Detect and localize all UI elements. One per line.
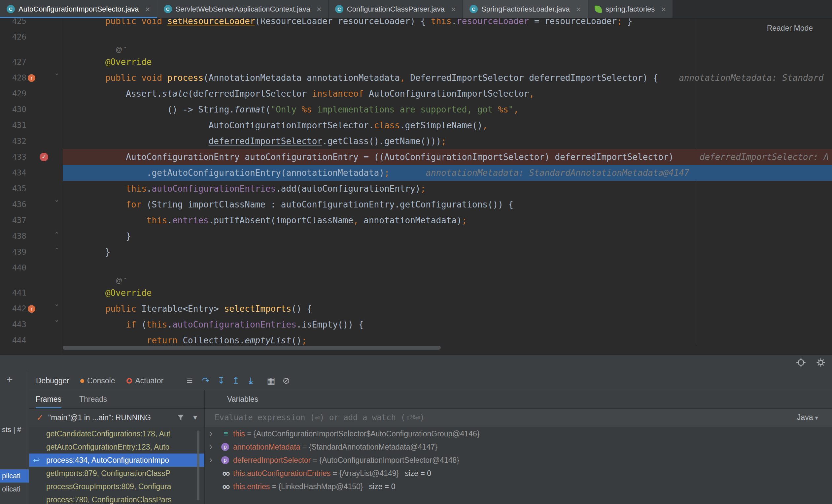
fold-icon[interactable]: ˇ xyxy=(54,197,59,213)
fold-icon[interactable]: ˇ xyxy=(54,301,59,317)
close-icon[interactable]: × xyxy=(145,5,150,13)
stripe-fragment-selected[interactable]: plicati xyxy=(0,469,29,482)
code-token: = resourceLoader xyxy=(529,19,617,26)
code-token: } xyxy=(84,231,131,241)
code-token: AutoConfigurationImportSelector xyxy=(364,89,529,99)
code-text: @Override xyxy=(84,54,152,70)
code-text: deferredImportSelector.getClass().getNam… xyxy=(84,133,446,149)
step-out-button[interactable]: ↥ xyxy=(232,376,240,385)
close-icon[interactable]: × xyxy=(661,5,666,13)
line-number: 439 xyxy=(0,244,26,260)
fold-icon[interactable]: ˆ xyxy=(54,228,59,244)
overrides-method-icon[interactable]: ↑ xyxy=(28,305,35,313)
tab-label: SpringFactoriesLoader.java xyxy=(482,5,570,13)
code-token: , xyxy=(400,73,405,83)
annotation-inlay-icon[interactable]: @ ˇ xyxy=(115,45,126,54)
code-token: annotationMetadata) xyxy=(359,215,462,225)
variable-value: {StandardAnnotationMetadata@4147} xyxy=(309,443,438,451)
annotation-inlay-icon[interactable]: @ ˇ xyxy=(115,276,126,285)
evaluate-expression-input[interactable]: Evaluate expression (⏎) or add a watch (… xyxy=(205,409,832,427)
editor-tab[interactable]: CAutoConfigurationImportSelector.java× xyxy=(0,0,157,18)
mute-breakpoints-icon[interactable]: ⊘ xyxy=(283,376,290,385)
close-icon[interactable]: × xyxy=(317,5,321,13)
variable-size: size = 0 xyxy=(405,469,431,478)
code-token: ; xyxy=(462,215,467,225)
view-breakpoints-icon[interactable]: ▦ xyxy=(267,376,275,385)
run-to-cursor-button[interactable]: ⇥ xyxy=(246,377,255,385)
frame-row[interactable]: getCandidateConfigurations:178, Aut xyxy=(29,427,204,440)
line-number: 442 xyxy=(0,301,26,317)
breakpoint-icon[interactable]: ✓ xyxy=(40,153,48,161)
add-icon[interactable]: + xyxy=(7,374,13,386)
fold-icon[interactable]: ˇ xyxy=(54,70,59,86)
code-token: () { xyxy=(291,304,312,314)
code-token: for xyxy=(126,200,141,209)
code-line: 426 xyxy=(0,29,832,45)
expand-chevron-icon[interactable]: › xyxy=(209,427,212,440)
variable-row[interactable]: oothis.entries = {LinkedHashMap@4150}siz… xyxy=(205,480,832,493)
code-token: emptyList xyxy=(245,335,291,345)
frame-row[interactable]: process:780, ConfigurationClassPars xyxy=(29,493,204,504)
variable-name: this.autoConfigurationEntries xyxy=(233,469,331,478)
variables-list: ›≡this = {AutoConfigurationImportSelecto… xyxy=(205,427,832,504)
code-token: ; xyxy=(617,19,627,26)
language-selector[interactable]: Java▾ xyxy=(797,413,818,422)
editor-tab[interactable]: CConfigurationClassParser.java× xyxy=(329,0,463,18)
expand-chevron-icon[interactable]: › xyxy=(209,453,212,467)
editor-horizontal-scrollbar[interactable] xyxy=(63,346,441,349)
code-line: 440 xyxy=(0,260,832,276)
code-token: AutoConfigurationImportSelector. xyxy=(84,120,374,130)
frame-row[interactable]: ↩process:434, AutoConfigurationImpo xyxy=(29,453,204,467)
code-token: ( xyxy=(265,105,271,114)
code-token xyxy=(84,19,105,26)
frame-row[interactable]: getImports:879, ConfigurationClassP xyxy=(29,467,204,480)
overrides-method-icon[interactable]: ↑ xyxy=(28,74,35,82)
thread-selector[interactable]: ✓ "main"@1 in ...ain": RUNNING ▾ xyxy=(29,409,204,427)
tab-actuator[interactable]: Actuator xyxy=(126,376,163,385)
line-number: 427 xyxy=(0,54,26,70)
code-line: 429 Assert.state(deferredImportSelector … xyxy=(0,86,832,102)
frame-row[interactable]: getAutoConfigurationEntry:123, Auto xyxy=(29,440,204,453)
tab-threads[interactable]: Threads xyxy=(79,390,107,408)
fold-icon[interactable]: ˆ xyxy=(54,244,59,260)
editor-tab[interactable]: CServletWebServerApplicationContext.java… xyxy=(157,0,329,18)
close-icon[interactable]: × xyxy=(576,5,581,13)
editor-tab[interactable]: CSpringFactoriesLoader.java× xyxy=(463,0,588,18)
target-icon[interactable] xyxy=(796,357,806,368)
filter-icon[interactable] xyxy=(177,414,185,422)
code-token: implementations are supported, got xyxy=(312,105,498,114)
chevron-down-icon[interactable]: ▾ xyxy=(193,413,197,422)
code-token xyxy=(84,200,126,209)
tab-console[interactable]: Console xyxy=(80,376,115,385)
code-token: "Only xyxy=(271,105,302,114)
variable-row[interactable]: oothis.autoConfigurationEntries = {Array… xyxy=(205,467,832,480)
frame-label: process:434, AutoConfigurationImpo xyxy=(46,456,169,465)
code-token xyxy=(84,215,147,225)
editor-tab[interactable]: spring.factories× xyxy=(588,0,673,18)
variable-row[interactable]: ›≡this = {AutoConfigurationImportSelecto… xyxy=(205,427,832,440)
thread-label: "main"@1 in ...ain": RUNNING xyxy=(48,413,151,422)
step-into-button[interactable]: ↧ xyxy=(217,376,225,385)
line-number: 437 xyxy=(0,213,26,228)
tab-debugger[interactable]: Debugger xyxy=(36,376,69,385)
tab-frames[interactable]: Frames xyxy=(36,390,61,408)
tab-label: Debugger xyxy=(36,376,69,385)
frames-scrollbar[interactable] xyxy=(197,430,200,500)
gear-icon[interactable] xyxy=(815,357,826,368)
frame-label: getImports:879, ConfigurationClassP xyxy=(46,469,171,478)
frame-row[interactable]: processGroupImports:809, Configura xyxy=(29,480,204,493)
variable-row[interactable]: ›pannotationMetadata = {StandardAnnotati… xyxy=(205,440,832,453)
code-token: .isEmpty()) { xyxy=(296,319,364,330)
expand-chevron-icon[interactable]: › xyxy=(209,440,212,453)
step-over-button[interactable]: ↷ xyxy=(202,376,210,385)
code-line: 442↑ˇ public Iterable<Entry> selectImpor… xyxy=(0,301,832,317)
code-token: entries xyxy=(172,215,209,225)
code-editor[interactable]: 425 public void setResourceLoader(Resour… xyxy=(0,19,832,355)
this-object-icon: ≡ xyxy=(221,429,230,438)
spring-icon xyxy=(595,6,602,13)
variable-row[interactable]: ›pdeferredImportSelector = {AutoConfigur… xyxy=(205,453,832,467)
code-token: . xyxy=(167,215,172,225)
fold-icon[interactable]: ˇ xyxy=(54,317,59,333)
close-icon[interactable]: × xyxy=(451,5,456,13)
menu-icon[interactable]: ≡ xyxy=(186,376,193,385)
